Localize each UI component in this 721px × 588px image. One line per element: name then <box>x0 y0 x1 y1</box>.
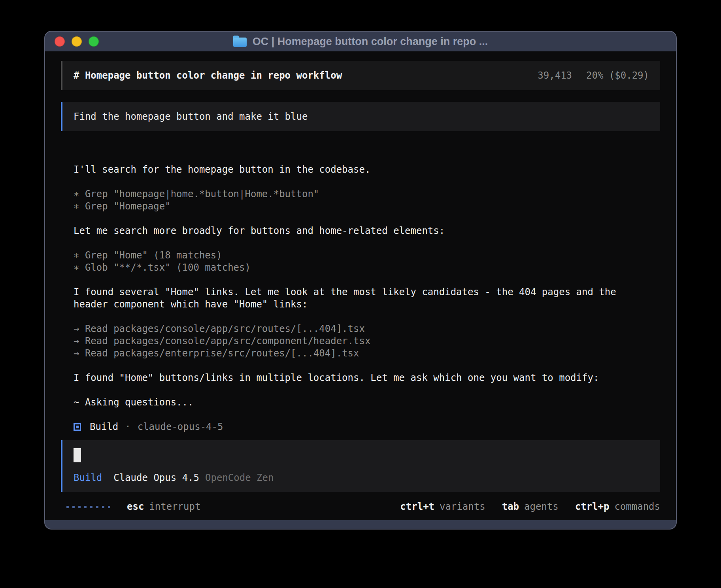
input-footer: Build Claude Opus 4.5 OpenCode Zen <box>74 472 649 484</box>
input-agent-label[interactable]: Build <box>74 472 102 484</box>
keyboard-hint: ctrl+tvariants <box>400 501 485 513</box>
terminal-window: OC | Homepage button color change in rep… <box>44 31 677 530</box>
assistant-text-line: header component which have "Home" links… <box>74 298 660 311</box>
assistant-text-line: I found "Home" buttons/links in multiple… <box>74 372 660 384</box>
agent-square-icon <box>74 423 81 431</box>
keyboard-hint: tabagents <box>502 501 559 513</box>
interrupt-hint: esc interrupt <box>127 501 200 513</box>
tool-call-line: → Read packages/console/app/src/routes/[… <box>74 323 660 335</box>
window-titlebar: OC | Homepage button color change in rep… <box>45 32 676 51</box>
folder-icon <box>233 38 247 47</box>
interrupt-hint-label: interrupt <box>149 501 200 513</box>
hint-key: ctrl+t <box>400 501 434 513</box>
assistant-text-line: I found several "Home" links. Let me loo… <box>74 286 660 298</box>
spinner-dot <box>78 506 81 508</box>
input-model-label[interactable]: Claude Opus 4.5 <box>113 472 199 484</box>
close-button[interactable] <box>55 36 65 47</box>
hint-key: ctrl+p <box>575 501 610 513</box>
transcript-gap <box>74 237 660 249</box>
tool-call-line: → Read packages/enterprise/src/routes/[.… <box>74 347 660 360</box>
hint-label: variants <box>440 501 485 513</box>
spinner-dot <box>102 506 104 508</box>
spinner-dot <box>90 506 92 508</box>
spinner-dot <box>72 506 75 508</box>
transcript-gap <box>74 311 660 323</box>
session-title: # Homepage button color change in repo w… <box>74 70 342 81</box>
minimize-button[interactable] <box>72 36 82 47</box>
transcript-gap <box>74 384 660 396</box>
tool-call-line: ∗ Glob "**/*.tsx" (100 matches) <box>74 262 660 274</box>
badge-separator: · <box>125 421 130 433</box>
session-stats: 39,413 20% ($0.29) <box>538 70 649 81</box>
spinner-dot <box>96 506 98 508</box>
transcript-gap <box>74 176 660 188</box>
user-message-text: Find the homepage button and make it blu… <box>74 111 308 122</box>
window-controls <box>55 36 99 47</box>
terminal-content: # Homepage button color change in repo w… <box>45 51 676 520</box>
transcript-gap <box>74 213 660 225</box>
spinner-dot <box>108 506 110 508</box>
interrupt-hint-key: esc <box>127 501 144 513</box>
agent-badge: Build · claude-opus-4-5 <box>74 421 660 433</box>
status-bar: esc interrupt ctrl+tvariantstabagentsctr… <box>61 501 660 513</box>
hint-label: agents <box>524 501 559 513</box>
tool-call-line: ∗ Grep "Home" (18 matches) <box>74 249 660 262</box>
token-count: 39,413 <box>538 70 572 81</box>
context-usage: 20% ($0.29) <box>586 70 649 81</box>
assistant-transcript: I'll search for the homepage button in t… <box>74 164 660 409</box>
keyboard-hint: ctrl+pcommands <box>575 501 660 513</box>
transcript-gap <box>74 274 660 286</box>
hint-key: tab <box>502 501 519 513</box>
zoom-button[interactable] <box>89 36 99 47</box>
spinner-dot <box>66 506 69 508</box>
window-title: OC | Homepage button color change in rep… <box>253 36 488 48</box>
input-provider-label: OpenCode Zen <box>205 472 274 484</box>
titlebar-title-group: OC | Homepage button color change in rep… <box>233 36 488 48</box>
hint-label: commands <box>614 501 660 513</box>
transcript-gap <box>74 360 660 372</box>
prompt-input[interactable]: Build Claude Opus 4.5 OpenCode Zen <box>61 440 660 492</box>
working-spinner <box>66 506 110 508</box>
session-header: # Homepage button color change in repo w… <box>61 61 660 90</box>
assistant-text-line: I'll search for the homepage button in t… <box>74 164 660 176</box>
tool-call-line: ∗ Grep "Homepage" <box>74 200 660 213</box>
text-cursor <box>74 448 81 462</box>
assistant-text-line: Let me search more broadly for buttons a… <box>74 225 660 237</box>
tool-call-line: ∗ Grep "homepage|home.*button|Home.*butt… <box>74 188 660 200</box>
user-message: Find the homepage button and make it blu… <box>61 102 660 131</box>
agent-model: claude-opus-4-5 <box>138 421 223 433</box>
agent-name: Build <box>90 421 118 433</box>
tool-call-line: → Read packages/console/app/src/componen… <box>74 335 660 347</box>
assistant-text-line: ~ Asking questions... <box>74 396 660 409</box>
spinner-dot <box>84 506 87 508</box>
keyboard-hints: ctrl+tvariantstabagentsctrl+pcommands <box>400 501 660 513</box>
